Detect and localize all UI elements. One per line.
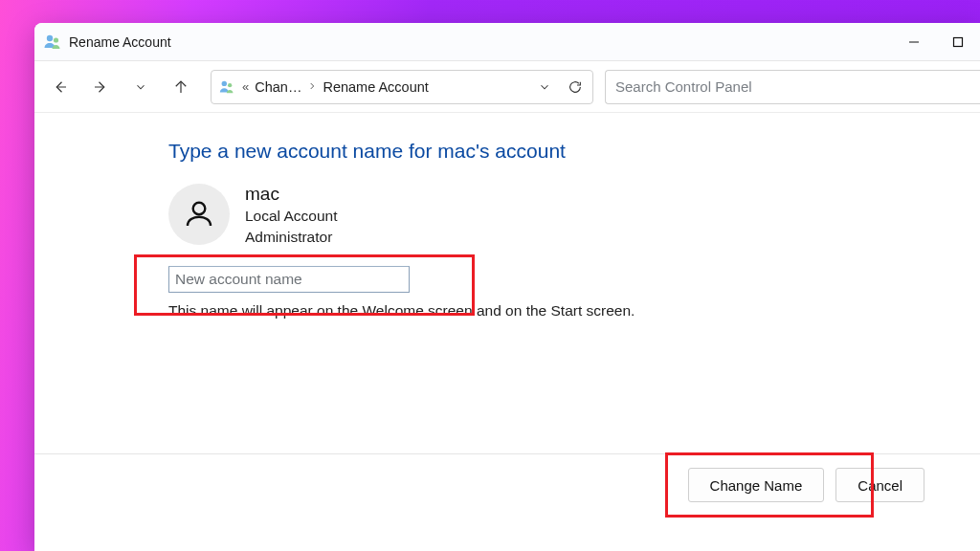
user-accounts-icon [42,32,63,53]
account-role: Administrator [245,227,338,248]
search-input[interactable] [615,78,970,95]
content-area: Type a new account name for mac's accoun… [34,113,980,551]
breadcrumb-item-change[interactable]: Chan… [255,79,301,95]
change-name-button[interactable]: Change Name [688,468,825,502]
account-info: mac Local Account Administrator [168,184,942,249]
breadcrumb-root-separator: « [242,79,249,94]
svg-point-7 [222,80,227,85]
up-button[interactable] [163,69,199,105]
svg-point-1 [54,37,58,42]
svg-point-8 [228,83,232,87]
window-controls [892,23,980,61]
minimize-button[interactable] [892,23,936,61]
refresh-button[interactable] [562,71,589,103]
account-text: mac Local Account Administrator [245,184,338,249]
maximize-button[interactable] [936,23,980,61]
svg-point-9 [193,203,206,215]
account-type: Local Account [245,206,338,227]
cancel-button[interactable]: Cancel [835,468,924,502]
field-hint: This name will appear on the Welcome scr… [168,302,942,320]
window-frame: Rename Account [34,23,980,551]
svg-point-0 [47,34,53,40]
recent-locations-button[interactable] [122,69,159,105]
back-button[interactable] [42,69,78,105]
title-bar: Rename Account [34,23,980,61]
avatar [168,184,230,245]
search-box[interactable] [605,70,980,104]
address-history-button[interactable] [531,71,558,103]
svg-rect-3 [954,37,963,46]
address-bar[interactable]: « Chan… Rename Account [211,70,593,104]
toolbar: « Chan… Rename Account [34,61,980,113]
dialog-footer: Change Name Cancel [34,453,980,502]
breadcrumb-item-rename-account[interactable]: Rename Account [323,79,428,95]
change-name-wrap: Change Name [688,468,825,502]
page-heading: Type a new account name for mac's accoun… [168,140,942,163]
chevron-right-icon [307,79,317,94]
name-field-group: This name will appear on the Welcome scr… [168,266,942,320]
new-account-name-input[interactable] [168,266,410,293]
account-name: mac [245,184,338,206]
forward-button[interactable] [82,69,119,105]
user-accounts-icon [217,77,236,97]
window-title: Rename Account [69,34,171,50]
